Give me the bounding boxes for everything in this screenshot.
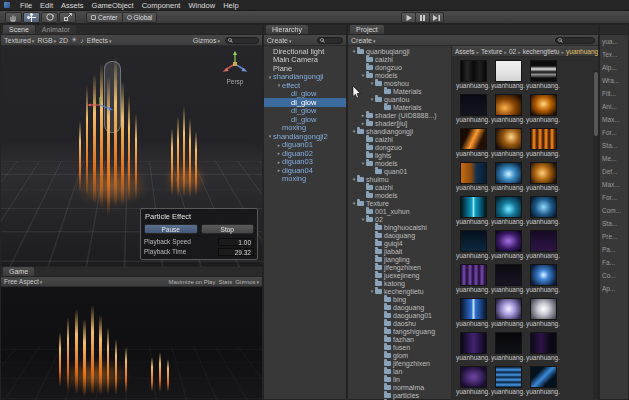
hierarchy-item[interactable]: moxing [264, 175, 346, 184]
hierarchy-item[interactable]: Plane [264, 64, 346, 73]
asset-item[interactable]: yuanhuang... [456, 128, 490, 158]
asset-item[interactable]: yuanhuang... [526, 60, 560, 90]
project-folder-row[interactable]: jifengzhixen [348, 359, 451, 367]
asset-item[interactable]: yuanhuang... [491, 264, 525, 294]
project-search-input[interactable] [555, 37, 595, 44]
project-folder-row[interactable]: jiabait [348, 247, 451, 255]
hierarchy-item[interactable]: ▸ diguan03 [264, 158, 346, 167]
move-tool-button[interactable] [23, 12, 40, 23]
asset-item[interactable]: yuanhuang... [456, 230, 490, 260]
asset-item[interactable]: yuanhuang... [491, 298, 525, 328]
breadcrumb-item[interactable]: yuanhuang... [560, 48, 599, 55]
project-folder-row[interactable]: particles [348, 391, 451, 399]
project-folder-row[interactable]: caizhi [348, 183, 451, 191]
tab-animator[interactable]: Animator [36, 25, 76, 34]
render-channel-dropdown[interactable]: RGB [37, 37, 56, 44]
project-folder-row[interactable]: ▾ shandiangongji [348, 127, 451, 135]
asset-item[interactable]: yuanhuang... [491, 230, 525, 260]
project-folder-row[interactable]: ▾ models [348, 159, 451, 167]
project-folder-row[interactable]: ▾ 02 [348, 215, 451, 223]
project-folder-row[interactable]: binghuocaishi [348, 223, 451, 231]
asset-item[interactable]: yuanhuang... [526, 332, 560, 362]
tab-scene[interactable]: Scene [3, 25, 35, 34]
project-folder-row[interactable]: quan01 [348, 167, 451, 175]
project-folder-row[interactable]: glom [348, 351, 451, 359]
game-gizmos-dropdown[interactable]: Gizmos [235, 279, 259, 285]
project-folder-row[interactable]: 001_xuhun [348, 207, 451, 215]
asset-item[interactable]: yuanhuang... [456, 366, 490, 396]
hierarchy-item[interactable]: ▾ shandiangongji2 [264, 132, 346, 141]
project-folder-row[interactable]: models [348, 191, 451, 199]
asset-item[interactable]: yuanhuang... [456, 298, 490, 328]
2d-toggle[interactable]: 2D [59, 37, 68, 44]
move-gizmo[interactable] [87, 96, 113, 114]
menu-item[interactable]: Component [142, 0, 181, 11]
play-button[interactable] [401, 12, 416, 23]
tab-hierarchy[interactable]: Hierarchy [266, 25, 308, 34]
menu-item[interactable]: File [20, 0, 32, 11]
hierarchy-item[interactable]: ▸ diguan02 [264, 149, 346, 158]
asset-item[interactable]: yuanhuang... [526, 230, 560, 260]
hierarchy-search-input[interactable] [317, 37, 343, 44]
project-folder-row[interactable]: daoguang [348, 303, 451, 311]
hierarchy-item[interactable]: di_glow [264, 90, 346, 99]
project-folder-row[interactable]: juexejineng [348, 271, 451, 279]
asset-item[interactable]: yuanhuang... [526, 298, 560, 328]
scale-tool-button[interactable] [59, 12, 76, 23]
menu-item[interactable]: GameObject [92, 0, 134, 11]
hierarchy-item[interactable]: ▾ effect [264, 81, 346, 90]
scene-viewport[interactable]: Persp Particle Effect Pause Stop Playbac… [1, 46, 262, 267]
menu-item[interactable]: Help [223, 0, 238, 11]
scene-search-input[interactable] [225, 37, 259, 44]
project-folder-row[interactable]: ▾ shuimu [348, 175, 451, 183]
project-folder-row[interactable]: katong [348, 279, 451, 287]
effects-dropdown[interactable]: Effects [87, 37, 112, 44]
project-folder-row[interactable]: daoshu [348, 319, 451, 327]
scene-audio-icon[interactable]: ♪ [80, 37, 84, 44]
project-folder-row[interactable]: fusen [348, 343, 451, 351]
project-folder-row[interactable]: ▾ Texture [348, 199, 451, 207]
maximize-on-play-toggle[interactable]: Maximize on Play [168, 279, 215, 285]
asset-item[interactable]: yuanhuang... [491, 128, 525, 158]
hierarchy-item[interactable]: di_glow [264, 115, 346, 124]
gizmos-dropdown[interactable]: Gizmos [193, 37, 220, 44]
project-folder-row[interactable]: ▸ shader (UID8888...) [348, 111, 451, 119]
breadcrumb-item[interactable]: kechengtietu [516, 48, 559, 55]
asset-item[interactable]: yuanhuang... [526, 94, 560, 124]
hierarchy-item[interactable]: Directional light [264, 47, 346, 56]
project-folder-row[interactable]: normalma [348, 383, 451, 391]
step-button[interactable] [429, 12, 444, 23]
hierarchy-create-button[interactable]: Create [267, 37, 292, 44]
asset-item[interactable]: yuanhuang... [456, 196, 490, 226]
shading-mode-dropdown[interactable]: Textured [4, 37, 34, 44]
asset-item[interactable]: yuanhuang... [456, 60, 490, 90]
space-toggle-button[interactable]: Global [123, 12, 158, 23]
asset-item[interactable]: yuanhuang... [491, 162, 525, 192]
project-folder-row[interactable]: ▾ quantou [348, 95, 451, 103]
asset-item[interactable]: yuanhuang... [526, 196, 560, 226]
asset-item[interactable]: yuanhuang... [456, 264, 490, 294]
project-folder-row[interactable]: dongzuo [348, 143, 451, 151]
tab-game[interactable]: Game [3, 267, 34, 276]
particle-stop-button[interactable]: Stop [201, 224, 255, 234]
tab-project[interactable]: Project [350, 25, 384, 34]
scene-orientation-gizmo[interactable] [218, 50, 252, 78]
project-folder-row[interactable]: caizhi [348, 135, 451, 143]
project-folder-row[interactable]: lan [348, 367, 451, 375]
project-folder-row[interactable]: jifengzhixen [348, 263, 451, 271]
project-folder-row[interactable]: Materials [348, 87, 451, 95]
hierarchy-item[interactable]: ▸ diguan04 [264, 166, 346, 175]
asset-item[interactable]: yuanhuang... [526, 162, 560, 192]
rotate-tool-button[interactable] [41, 12, 58, 23]
asset-grid-scrollbar[interactable] [593, 70, 598, 399]
hierarchy-item[interactable]: Main Camera [264, 56, 346, 65]
asset-item[interactable]: yuanhuang... [526, 366, 560, 396]
asset-item[interactable]: yuanhuang... [526, 264, 560, 294]
project-folder-row[interactable]: lights [348, 151, 451, 159]
project-folder-row[interactable]: bing [348, 295, 451, 303]
projection-mode-label[interactable]: Persp [218, 78, 252, 85]
hierarchy-item[interactable]: di_glow [264, 98, 346, 107]
project-folder-row[interactable]: daoguang01 [348, 311, 451, 319]
asset-item[interactable]: yuanhuang... [491, 60, 525, 90]
project-folder-row[interactable]: ▾ kechengtietu [348, 287, 451, 295]
